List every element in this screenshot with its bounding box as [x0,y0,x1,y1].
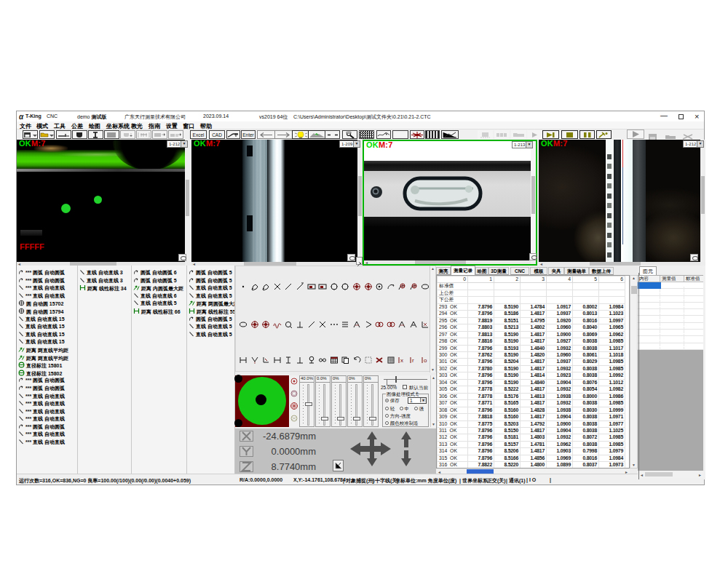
svg-text:o: o [424,357,427,364]
svg-text:r: r [412,357,414,364]
svg-text:x: x [400,357,403,364]
